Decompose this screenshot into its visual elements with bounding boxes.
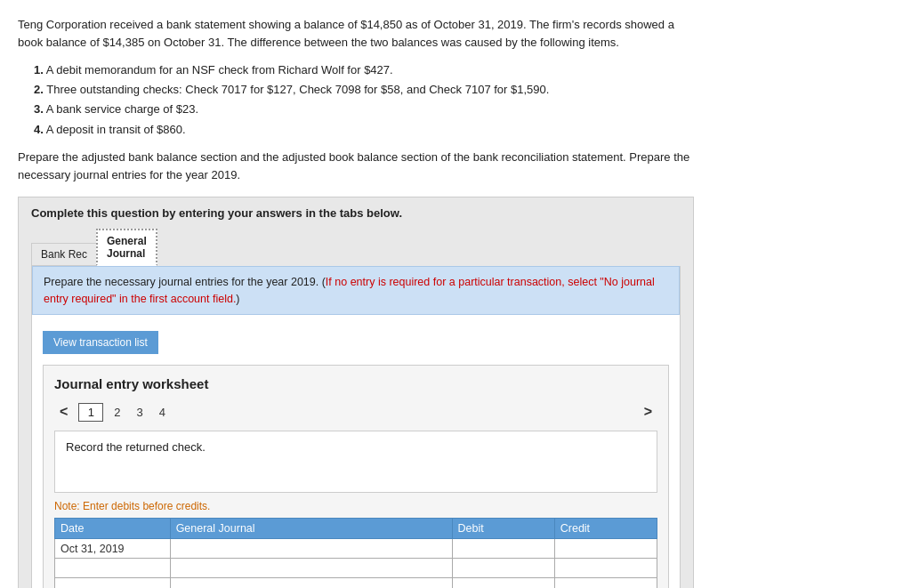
row2-date xyxy=(55,559,171,578)
entry-num-1[interactable]: 1 xyxy=(78,403,103,422)
col-header-debit: Debit xyxy=(452,519,554,539)
view-transaction-button[interactable]: View transaction list xyxy=(43,331,158,354)
row1-debit[interactable] xyxy=(452,539,554,559)
row1-gj[interactable] xyxy=(170,539,452,559)
row2-gj[interactable] xyxy=(170,559,452,578)
nav-left-arrow[interactable]: < xyxy=(54,402,73,422)
record-label: Record the returned check. xyxy=(66,440,206,454)
col-header-credit: Credit xyxy=(554,519,657,539)
item1-num: 1. xyxy=(34,63,44,77)
list-item-2: 2. Three outstanding checks: Check 7017 … xyxy=(34,80,893,100)
row2-debit-input[interactable] xyxy=(458,562,549,575)
row3-debit-input[interactable] xyxy=(458,582,549,588)
btn-area: View transaction list xyxy=(32,315,680,358)
table-row xyxy=(55,578,657,588)
list-item-4: 4. A deposit in transit of $860. xyxy=(34,120,893,140)
nav-right-arrow[interactable]: > xyxy=(639,402,657,422)
row3-date xyxy=(55,578,171,588)
row2-gj-input[interactable] xyxy=(176,562,447,575)
row3-credit[interactable] xyxy=(554,578,657,588)
item3-num: 3. xyxy=(34,102,44,116)
col-header-date: Date xyxy=(55,519,171,539)
row3-gj-input[interactable] xyxy=(176,582,447,588)
record-description-box: Record the returned check. xyxy=(54,431,657,493)
entry-num-4[interactable]: 4 xyxy=(154,404,171,421)
row2-debit[interactable] xyxy=(452,559,554,578)
numbered-list: 1. A debit memorandum for an NSF check f… xyxy=(34,60,893,139)
complete-title: Complete this question by entering your … xyxy=(31,206,681,220)
row2-credit-input[interactable] xyxy=(560,562,651,575)
note-text: Note: Enter debits before credits. xyxy=(54,500,657,512)
complete-question-box: Complete this question by entering your … xyxy=(18,197,694,588)
row1-credit-input[interactable] xyxy=(560,543,651,555)
table-row xyxy=(55,559,657,578)
list-item-3: 3. A bank service charge of $23. xyxy=(34,100,893,119)
row1-date: Oct 31, 2019 xyxy=(55,539,171,559)
instruction-text1: Prepare the necessary journal entries fo… xyxy=(44,276,326,288)
tab-general-journal[interactable]: General Journal xyxy=(96,229,157,266)
tab-bank-rec[interactable]: Bank Rec xyxy=(31,243,96,266)
row2-credit[interactable] xyxy=(554,559,657,578)
row3-debit[interactable] xyxy=(452,578,554,588)
worksheet-title: Journal entry worksheet xyxy=(54,376,657,391)
col-header-general-journal: General Journal xyxy=(170,519,452,539)
table-row: Oct 31, 2019 xyxy=(55,539,657,559)
entry-navigation: < 1 2 3 4 > xyxy=(54,402,657,422)
instruction-text2: ) xyxy=(236,293,239,305)
row1-debit-input[interactable] xyxy=(458,543,549,555)
intro-paragraph2: Prepare the adjusted bank balance sectio… xyxy=(18,149,694,184)
row1-credit[interactable] xyxy=(554,539,657,559)
entry-num-3[interactable]: 3 xyxy=(132,404,149,421)
row3-gj[interactable] xyxy=(170,578,452,588)
item4-num: 4. xyxy=(34,123,44,136)
row1-gj-input[interactable] xyxy=(176,543,447,555)
journal-table: Date General Journal Debit Credit Oct 31… xyxy=(54,518,657,588)
intro-paragraph1: Teng Corporation received a bank stateme… xyxy=(18,16,694,52)
item2-num: 2. xyxy=(34,83,44,96)
list-item-1: 1. A debit memorandum for an NSF check f… xyxy=(34,60,893,80)
journal-entry-worksheet: Journal entry worksheet < 1 2 3 4 > Reco… xyxy=(43,365,669,588)
instruction-bar: Prepare the necessary journal entries fo… xyxy=(32,266,680,316)
tab-content-area: Prepare the necessary journal entries fo… xyxy=(31,266,681,588)
entry-num-2[interactable]: 2 xyxy=(109,404,125,421)
tabs-wrapper: Bank Rec General Journal xyxy=(31,229,681,266)
row3-credit-input[interactable] xyxy=(560,582,651,588)
